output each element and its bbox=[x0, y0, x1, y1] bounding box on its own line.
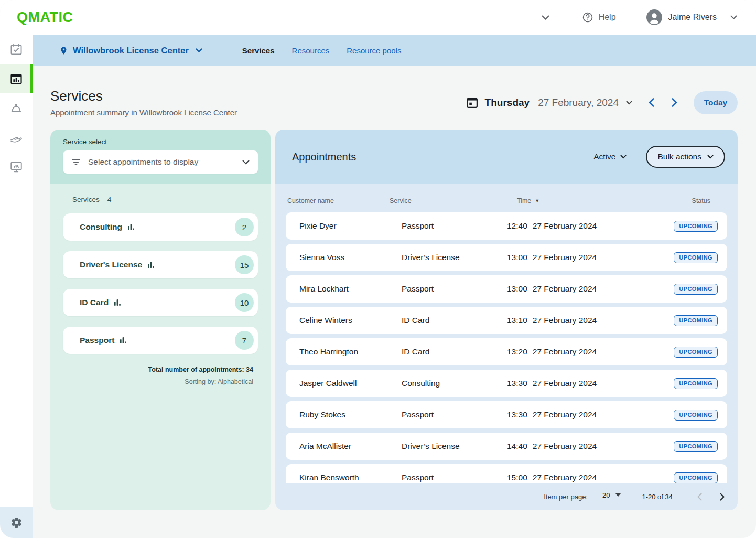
sidebar-item-appointment-summary[interactable] bbox=[0, 64, 33, 93]
customer-name: Sienna Voss bbox=[299, 253, 402, 262]
date-value: 27 February 2024 bbox=[533, 284, 597, 294]
service-select-placeholder: Select appointments to display bbox=[88, 157, 235, 167]
appointment-time: 13:30 27 February 2024 bbox=[507, 379, 650, 388]
appointment-time: 13:00 27 February 2024 bbox=[507, 284, 650, 294]
items-per-page-label: Item per page: bbox=[544, 493, 588, 501]
status-badge: UPCOMING bbox=[674, 472, 718, 483]
appointment-row[interactable]: Ruby Stokes Passport 13:30 27 February 2… bbox=[286, 401, 727, 428]
customer-name: Ruby Stokes bbox=[299, 410, 402, 419]
help-button[interactable]: Help bbox=[582, 12, 616, 23]
user-menu[interactable]: Jaime Rivers bbox=[646, 9, 737, 25]
service-count-badge: 10 bbox=[235, 293, 254, 312]
time-value: 13:00 bbox=[507, 284, 527, 294]
pagination-previous-button[interactable] bbox=[695, 491, 704, 503]
service-type: Driver’s License bbox=[402, 442, 507, 451]
sidebar-item-reception[interactable] bbox=[0, 93, 33, 123]
service-select-header: Service select Select appointments to di… bbox=[50, 130, 271, 184]
status-filter-dropdown[interactable]: Active bbox=[593, 152, 627, 162]
pagination-next-button[interactable] bbox=[718, 491, 727, 503]
appointment-time: 13:10 27 February 2024 bbox=[507, 316, 650, 325]
status-badge: UPCOMING bbox=[674, 441, 718, 452]
customer-name: Jasper Caldwell bbox=[299, 379, 402, 388]
location-selector[interactable]: Willowbrook License Center bbox=[59, 45, 202, 56]
service-type: ID Card bbox=[402, 347, 507, 357]
service-card[interactable]: ID Card 10 bbox=[63, 289, 258, 316]
calendar-check-icon bbox=[9, 42, 23, 56]
status-cell: UPCOMING bbox=[674, 284, 718, 295]
previous-day-button[interactable] bbox=[645, 95, 657, 110]
time-value: 13:30 bbox=[507, 379, 527, 388]
top-bar-right: Help Jaime Rivers bbox=[542, 9, 737, 25]
sorting-text: Sorting by: Alphabetical bbox=[63, 378, 253, 385]
apps-menu-chevron-down-icon[interactable] bbox=[542, 15, 549, 20]
items-per-page-select[interactable]: 20 bbox=[601, 491, 622, 502]
date-chevron-down-icon[interactable] bbox=[626, 101, 632, 105]
appointment-row[interactable]: Aria McAllister Driver’s License 14:40 2… bbox=[286, 433, 727, 460]
service-count-badge: 7 bbox=[235, 331, 254, 350]
service-count-badge: 15 bbox=[235, 255, 254, 274]
appointment-row[interactable]: Jasper Caldwell Consulting 13:30 27 Febr… bbox=[286, 370, 727, 397]
status-badge: UPCOMING bbox=[674, 378, 718, 389]
service-card[interactable]: Driver's License 15 bbox=[63, 251, 258, 278]
service-select-panel: Service select Select appointments to di… bbox=[50, 130, 271, 510]
service-card[interactable]: Passport 7 bbox=[63, 327, 258, 354]
time-value: 13:20 bbox=[507, 347, 527, 357]
tab-resource-pools[interactable]: Resource pools bbox=[347, 46, 401, 55]
top-bar: QMATIC Help Jaime Rivers bbox=[0, 0, 756, 35]
appointment-row[interactable]: Theo Harrington ID Card 13:20 27 Februar… bbox=[286, 338, 727, 365]
status-cell: UPCOMING bbox=[674, 472, 718, 483]
status-cell: UPCOMING bbox=[674, 221, 718, 232]
date-value: 27 February 2024 bbox=[533, 253, 597, 262]
filter-chevron-down-icon bbox=[620, 155, 627, 159]
column-time-sortable[interactable]: Time ▼ bbox=[495, 197, 650, 205]
user-name: Jaime Rivers bbox=[668, 13, 717, 22]
service-select-label: Service select bbox=[63, 138, 258, 146]
service-select-dropdown[interactable]: Select appointments to display bbox=[63, 150, 258, 174]
appointment-row[interactable]: Pixie Dyer Passport 12:40 27 February 20… bbox=[286, 212, 727, 240]
next-day-button[interactable] bbox=[668, 95, 681, 110]
column-service: Service bbox=[390, 197, 495, 205]
calendar-icon[interactable] bbox=[466, 96, 479, 109]
service-count-badge: 2 bbox=[235, 218, 254, 236]
status-badge: UPCOMING bbox=[674, 221, 718, 232]
sort-descending-icon: ▼ bbox=[535, 198, 539, 203]
location-name: Willowbrook License Center bbox=[73, 46, 189, 56]
bar-chart-icon bbox=[114, 299, 122, 306]
service-type: Passport bbox=[402, 284, 507, 294]
time-value: 13:10 bbox=[507, 316, 527, 325]
sidebar-item-settings[interactable] bbox=[0, 507, 33, 538]
today-button[interactable]: Today bbox=[694, 91, 738, 114]
qmatic-logo: QMATIC bbox=[17, 9, 73, 26]
location-pin-icon bbox=[59, 45, 68, 56]
status-cell: UPCOMING bbox=[674, 441, 718, 452]
appointment-row[interactable]: Sienna Voss Driver’s License 13:00 27 Fe… bbox=[286, 244, 727, 271]
tab-services[interactable]: Services bbox=[242, 46, 275, 55]
service-totals: Total number of appointments: 34 Sorting… bbox=[63, 366, 258, 385]
service-type: Passport bbox=[402, 410, 507, 419]
dashboard-monitor-icon bbox=[9, 160, 23, 174]
date-value: 27 February 2024 bbox=[533, 473, 597, 482]
sidebar bbox=[0, 35, 33, 538]
service-type: Driver’s License bbox=[402, 253, 507, 262]
appointment-time: 13:30 27 February 2024 bbox=[507, 410, 650, 419]
appointment-row[interactable]: Mira Lockhart Passport 13:00 27 February… bbox=[286, 275, 727, 303]
calendar-stats-icon bbox=[9, 72, 23, 85]
date-value: 27 February 2024 bbox=[533, 221, 597, 231]
service-type: Passport bbox=[402, 221, 507, 231]
sidebar-item-booked-appointments[interactable] bbox=[0, 35, 33, 64]
select-chevron-down-icon bbox=[242, 160, 250, 165]
customer-name: Kiran Bensworth bbox=[299, 473, 402, 482]
sidebar-item-dashboard[interactable] bbox=[0, 152, 33, 181]
service-card[interactable]: Consulting 2 bbox=[63, 213, 258, 241]
help-icon bbox=[582, 12, 593, 23]
chevron-left-icon bbox=[697, 493, 702, 501]
app-window: QMATIC Help Jaime Rivers bbox=[0, 0, 756, 538]
tab-resources[interactable]: Resources bbox=[292, 46, 330, 55]
total-appointments-text: Total number of appointments: 34 bbox=[63, 366, 253, 373]
main-content: Willowbrook License Center Services Reso… bbox=[33, 35, 756, 538]
sidebar-item-services[interactable] bbox=[0, 123, 33, 152]
service-bell-icon bbox=[9, 101, 23, 115]
bulk-actions-button[interactable]: Bulk actions bbox=[646, 146, 725, 168]
status-cell: UPCOMING bbox=[674, 315, 718, 326]
appointment-row[interactable]: Celine Winters ID Card 13:10 27 February… bbox=[286, 307, 727, 334]
